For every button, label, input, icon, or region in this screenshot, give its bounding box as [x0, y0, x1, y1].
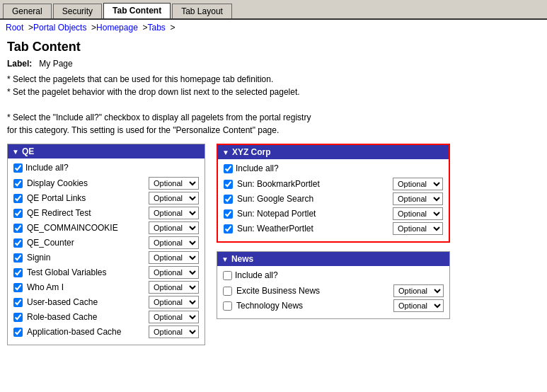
pagelet-name: Application-based Cache [27, 327, 144, 337]
xyz-corp-panel-body: Include all? Sun: BookmarkPortlet Option… [218, 159, 449, 241]
pagelet-name: Technology News [236, 301, 389, 311]
qe-include-all-label: Include all? [25, 163, 69, 173]
news-panel-header: ▼ News [217, 252, 449, 266]
pagelet-select[interactable]: OptionalRequiredHidden [149, 207, 199, 219]
xyz-corp-panel-title: XYZ Corp [232, 147, 271, 157]
pagelet-row: Who Am I OptionalRequiredHidden [13, 281, 199, 294]
pagelet-checkbox[interactable] [224, 209, 233, 219]
panels-container: ▼ QE Include all? Display Cookies Option… [7, 144, 540, 345]
pagelet-row: Display Cookies OptionalRequiredHidden [13, 177, 199, 190]
breadcrumb-homepage[interactable]: Homepage [96, 23, 138, 33]
pagelet-checkbox[interactable] [223, 287, 232, 296]
label-row: Label: My Page [7, 59, 540, 69]
pagelet-checkbox[interactable] [13, 328, 23, 337]
pagelet-name: QE_Counter [27, 238, 144, 248]
pagelet-row: Role-based Cache OptionalRequiredHidden [13, 311, 199, 323]
pagelet-select[interactable]: OptionalRequiredHidden [393, 192, 443, 205]
xyz-corp-panel: ▼ XYZ Corp Include all? Sun: BookmarkPor… [217, 144, 450, 243]
news-arrow-icon: ▼ [221, 255, 229, 263]
qe-include-all-row: Include all? [13, 163, 199, 173]
pagelet-select[interactable]: OptionalRequiredHidden [149, 296, 199, 309]
pagelet-checkbox[interactable] [13, 238, 23, 248]
tab-layout[interactable]: Tab Layout [172, 4, 232, 18]
news-include-all-label: Include all? [235, 270, 278, 280]
pagelet-row: User-based Cache OptionalRequiredHidden [13, 296, 199, 309]
pagelet-select[interactable]: OptionalRequiredHidden [393, 299, 444, 312]
breadcrumb-root[interactable]: Root [6, 23, 23, 33]
news-panel: ▼ News Include all? Excite Business News… [217, 251, 450, 319]
pagelet-checkbox[interactable] [13, 209, 23, 218]
pagelet-row: Sun: Google Search OptionalRequiredHidde… [224, 192, 443, 205]
news-panel-title: News [231, 254, 253, 264]
tab-security[interactable]: Security [53, 4, 102, 18]
qe-panel-header: ▼ QE [8, 144, 205, 158]
pagelet-select[interactable]: OptionalRequiredHidden [149, 325, 199, 338]
pagelet-select[interactable]: OptionalRequiredHidden [149, 192, 199, 204]
pagelet-checkbox[interactable] [13, 313, 23, 322]
tab-content[interactable]: Tab Content [103, 3, 171, 18]
tab-general[interactable]: General [3, 4, 52, 18]
pagelet-row: QE_Counter OptionalRequiredHidden [13, 236, 199, 249]
pagelet-checkbox[interactable] [223, 301, 232, 311]
pagelet-row: Sun: BookmarkPortlet OptionalRequiredHid… [224, 178, 443, 190]
pagelet-row: Application-based Cache OptionalRequired… [13, 325, 199, 338]
pagelet-select[interactable]: OptionalRequiredHidden [149, 177, 199, 190]
breadcrumb-tabs[interactable]: Tabs [148, 23, 166, 33]
instruction-3: * Select the "Include all?" checkbox to … [7, 111, 540, 124]
pagelet-row: Test Global Variables OptionalRequiredHi… [13, 266, 199, 279]
right-column: ▼ XYZ Corp Include all? Sun: BookmarkPor… [217, 144, 450, 319]
pagelet-name: Excite Business News [236, 286, 389, 296]
qe-panel: ▼ QE Include all? Display Cookies Option… [7, 144, 205, 345]
pagelet-name: Sun: Notepad Portlet [237, 209, 388, 219]
pagelet-checkbox[interactable] [13, 283, 23, 292]
qe-panel-title: QE [22, 146, 34, 156]
pagelet-name: User-based Cache [27, 297, 144, 307]
xyz-corp-include-all-checkbox[interactable] [224, 164, 233, 173]
pagelet-name: Role-based Cache [27, 312, 144, 322]
pagelet-name: Sun: WeatherPortlet [237, 224, 388, 234]
xyz-corp-include-all-row: Include all? [224, 163, 443, 173]
pagelet-name: QE Portal Links [27, 193, 144, 203]
pagelet-select[interactable]: OptionalRequiredHidden [149, 266, 199, 279]
pagelet-row: Excite Business News OptionalRequiredHid… [223, 284, 444, 297]
pagelet-select[interactable]: OptionalRequiredHidden [149, 221, 199, 234]
pagelet-row: Signin OptionalRequiredHidden [13, 251, 199, 264]
breadcrumb: Root >Portal Objects >Homepage >Tabs > [0, 20, 547, 35]
pagelet-name: Sun: BookmarkPortlet [237, 179, 388, 189]
pagelet-select[interactable]: OptionalRequiredHidden [393, 178, 443, 190]
pagelet-name: Who Am I [27, 282, 144, 292]
pagelet-checkbox[interactable] [13, 298, 23, 307]
pagelet-select[interactable]: OptionalRequiredHidden [393, 222, 443, 235]
pagelet-row: QE_COMMAINCOOKIE OptionalRequiredHidden [13, 221, 199, 234]
instruction-1: * Select the pagelets that can be used f… [7, 73, 540, 86]
pagelet-select[interactable]: OptionalRequiredHidden [149, 251, 199, 264]
pagelet-select[interactable]: OptionalRequiredHidden [149, 236, 199, 249]
pagelet-row: Technology News OptionalRequiredHidden [223, 299, 444, 312]
pagelet-select[interactable]: OptionalRequiredHidden [149, 311, 199, 323]
pagelet-select[interactable]: OptionalRequiredHidden [393, 284, 444, 297]
pagelet-select[interactable]: OptionalRequiredHidden [149, 281, 199, 294]
breadcrumb-portal-objects[interactable]: Portal Objects [33, 23, 86, 33]
content-area: Tab Content Label: My Page * Select the … [0, 35, 547, 350]
pagelet-checkbox[interactable] [224, 224, 233, 234]
pagelet-checkbox[interactable] [13, 268, 23, 277]
xyz-corp-arrow-icon: ▼ [222, 149, 229, 156]
news-include-all-checkbox[interactable] [223, 271, 232, 280]
pagelet-checkbox[interactable] [13, 194, 23, 203]
label-value: My Page [39, 59, 72, 69]
pagelet-checkbox[interactable] [224, 180, 233, 189]
pagelet-checkbox[interactable] [224, 195, 233, 204]
xyz-corp-include-all-label: Include all? [236, 163, 279, 173]
pagelet-name: QE_COMMAINCOOKIE [27, 223, 144, 233]
xyz-corp-panel-header: ▼ XYZ Corp [218, 145, 449, 159]
left-column: ▼ QE Include all? Display Cookies Option… [7, 144, 205, 345]
pagelet-checkbox[interactable] [13, 179, 23, 188]
pagelet-checkbox[interactable] [13, 224, 23, 233]
news-panel-body: Include all? Excite Business News Option… [217, 266, 449, 318]
pagelet-name: Sun: Google Search [237, 194, 388, 204]
pagelet-select[interactable]: OptionalRequiredHidden [393, 207, 443, 220]
news-include-all-row: Include all? [223, 270, 444, 280]
pagelet-checkbox[interactable] [13, 253, 23, 263]
qe-include-all-checkbox[interactable] [13, 163, 23, 173]
pagelet-name: Test Global Variables [27, 267, 144, 277]
